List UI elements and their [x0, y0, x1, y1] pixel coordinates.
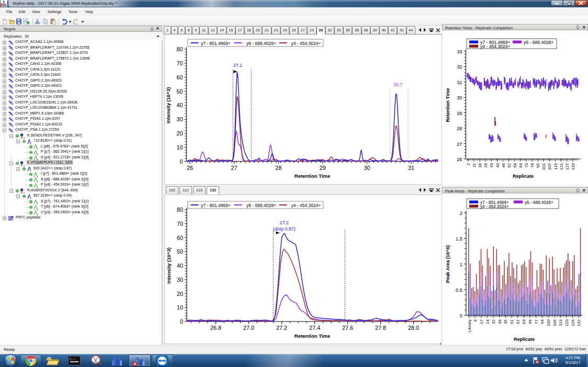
svg-text:95: 95	[536, 163, 540, 167]
svg-text:9: 9	[473, 319, 478, 322]
svg-text:80: 80	[176, 46, 183, 52]
svg-text:60: 60	[176, 74, 183, 81]
svg-text:106: 106	[552, 319, 557, 326]
svg-text:60: 60	[177, 235, 183, 241]
svg-text:26.8: 26.8	[210, 325, 221, 331]
svg-text:Intensity (10^3): Intensity (10^3)	[166, 87, 172, 123]
svg-text:29: 29	[320, 165, 326, 171]
svg-text:Retention Time: Retention Time	[445, 88, 450, 122]
svg-text:77: 77	[534, 319, 539, 324]
svg-text:27.6: 27.6	[342, 325, 353, 331]
svg-text:Retention Time: Retention Time	[295, 333, 330, 339]
svg-text:27: 27	[457, 142, 462, 147]
svg-text:y6 - 688.4028+: y6 - 688.4028+	[246, 41, 276, 46]
svg-text:1.5: 1.5	[456, 236, 462, 242]
svg-text:26: 26	[187, 165, 193, 171]
svg-text:80: 80	[177, 207, 183, 213]
svg-text:31: 31	[457, 80, 462, 85]
svg-text:27.8: 27.8	[375, 325, 386, 331]
svg-text:70: 70	[177, 221, 183, 227]
svg-text:133: 133	[571, 163, 575, 170]
svg-text:31: 31	[408, 165, 414, 171]
svg-text:32: 32	[457, 64, 462, 70]
svg-text:Replicate: Replicate	[513, 174, 534, 179]
svg-text:33: 33	[489, 163, 494, 167]
svg-text:10: 10	[176, 144, 183, 151]
svg-text:y4 - 454.3024+: y4 - 454.3024+	[291, 41, 321, 46]
svg-text:64: 64	[518, 163, 523, 167]
svg-text:46: 46	[501, 163, 506, 167]
svg-text:40: 40	[177, 262, 183, 269]
svg-text:28: 28	[275, 165, 281, 171]
svg-text:78: 78	[530, 163, 535, 167]
svg-text:Retention Time: Retention Time	[295, 173, 330, 179]
svg-text:57: 57	[516, 319, 521, 324]
svg-text:27.1: 27.1	[233, 63, 242, 68]
svg-text:28.0: 28.0	[408, 325, 419, 331]
svg-text:40: 40	[176, 102, 183, 108]
svg-text:0: 0	[180, 318, 183, 325]
svg-text:17: 17	[479, 319, 484, 324]
svg-text:39: 39	[497, 319, 502, 324]
svg-text:1: 1	[460, 262, 462, 267]
svg-text:10: 10	[177, 304, 183, 311]
svg-text:y6 - 688.4028+: y6 - 688.4028+	[246, 203, 276, 208]
svg-text:18: 18	[478, 163, 482, 167]
svg-text:115: 115	[553, 163, 558, 169]
svg-text:26: 26	[483, 163, 488, 167]
svg-text:33: 33	[457, 49, 462, 54]
svg-text:y6 - 688.4028+: y6 - 688.4028+	[524, 40, 554, 45]
svg-text:113: 113	[558, 319, 563, 326]
svg-text:0.5: 0.5	[456, 288, 462, 293]
svg-text:27.2: 27.2	[276, 325, 287, 331]
svg-text:Replicate: Replicate	[514, 337, 535, 342]
svg-text:27.2: 27.2	[280, 220, 289, 225]
svg-text:30: 30	[176, 116, 183, 122]
svg-text:94: 94	[540, 319, 545, 324]
svg-text:121: 121	[559, 163, 564, 170]
svg-text:70: 70	[176, 60, 183, 66]
svg-text:126: 126	[571, 319, 575, 326]
svg-text:27: 27	[231, 165, 238, 171]
svg-text:52: 52	[507, 163, 512, 167]
svg-text:27.4: 27.4	[309, 325, 320, 331]
svg-text:y6 - 688.4028+: y6 - 688.4028+	[525, 200, 553, 205]
svg-text:45: 45	[503, 319, 508, 324]
svg-text:0: 0	[179, 158, 183, 165]
svg-text:50: 50	[177, 248, 183, 255]
svg-text:0: 0	[460, 313, 462, 318]
svg-text:63: 63	[522, 319, 526, 324]
svg-text:2: 2	[466, 163, 471, 165]
svg-text:32: 32	[491, 319, 496, 324]
svg-text:120: 120	[564, 319, 569, 326]
svg-text:100: 100	[546, 319, 551, 326]
svg-text:51: 51	[510, 319, 514, 324]
svg-text:11: 11	[472, 163, 477, 167]
svg-text:27.0: 27.0	[243, 325, 254, 331]
svg-text:127: 127	[565, 163, 570, 170]
svg-text:70: 70	[524, 163, 529, 167]
svg-text:Intensity (10^3): Intensity (10^3)	[166, 247, 172, 283]
svg-text:30.7: 30.7	[393, 82, 402, 87]
svg-text:50: 50	[176, 88, 183, 95]
svg-text:29: 29	[457, 111, 462, 116]
svg-text:30: 30	[177, 277, 183, 283]
svg-text:101: 101	[541, 163, 546, 170]
svg-text:26: 26	[457, 157, 462, 162]
svg-text:28: 28	[457, 126, 462, 131]
svg-text:y4 - 454.3024+: y4 - 454.3024+	[291, 203, 321, 208]
svg-text:24: 24	[485, 319, 490, 324]
svg-text:40: 40	[495, 163, 500, 167]
svg-text:20: 20	[177, 291, 183, 297]
svg-text:(dotp 0.87): (dotp 0.87)	[273, 226, 296, 232]
svg-text:y4 - 454.3024+: y4 - 454.3024+	[480, 44, 511, 49]
svg-text:30: 30	[457, 95, 462, 100]
svg-text:y7 - 801.4869+: y7 - 801.4869+	[201, 203, 231, 208]
svg-text:Library: Library	[467, 319, 472, 332]
svg-text:y4 - 454.3024+: y4 - 454.3024+	[480, 204, 509, 209]
svg-text:y7 - 801.4869+: y7 - 801.4869+	[201, 41, 231, 46]
svg-text:2: 2	[460, 211, 462, 216]
svg-text:Peak Area (10^6): Peak Area (10^6)	[445, 245, 450, 283]
svg-text:20: 20	[176, 130, 183, 136]
svg-text:107: 107	[547, 163, 552, 170]
